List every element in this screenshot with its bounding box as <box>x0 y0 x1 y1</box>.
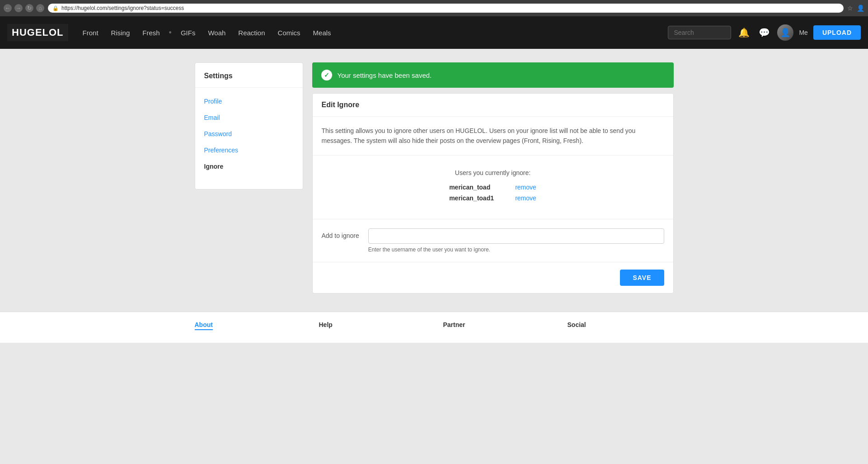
sidebar-item-email[interactable]: Email <box>195 109 303 126</box>
success-check-icon: ✓ <box>321 70 332 80</box>
add-ignore-label: Add to ignore <box>322 228 359 239</box>
card-description-section: This setting allows you to ignore other … <box>313 117 673 156</box>
profile-icon[interactable]: 👤 <box>857 5 864 12</box>
card-footer: SAVE <box>313 262 673 293</box>
nav-woah[interactable]: Woah <box>202 25 231 40</box>
ignore-row-1: merican_toad remove <box>449 184 536 191</box>
site-logo[interactable]: HUGELOL <box>7 24 68 41</box>
browser-right-icons: ☆ 👤 <box>847 5 864 12</box>
nav-gifs[interactable]: GIFs <box>175 25 201 40</box>
sidebar-item-password[interactable]: Password <box>195 126 303 142</box>
nav-meals[interactable]: Meals <box>308 25 337 40</box>
add-ignore-right: Enter the username of the user you want … <box>368 228 664 253</box>
forward-button[interactable]: → <box>14 4 23 12</box>
home-button[interactable]: ⌂ <box>36 4 44 12</box>
page-content: Settings Profile Email Password Preferen… <box>186 62 683 294</box>
me-label[interactable]: Me <box>799 29 807 36</box>
nav-comics[interactable]: Comics <box>272 25 306 40</box>
browser-controls: ← → ↻ ⌂ <box>4 4 44 12</box>
ignore-row-2: merican_toad1 remove <box>449 194 536 202</box>
footer-help-title: Help <box>319 321 425 330</box>
ignored-users-section: Users you currently ignore: merican_toad… <box>313 156 673 219</box>
sidebar-item-profile[interactable]: Profile <box>195 93 303 109</box>
url-text: https://hugelol.com/settings/ignore?stat… <box>61 5 184 11</box>
ignored-username-2: merican_toad1 <box>449 194 508 202</box>
footer-col-help: Help <box>319 321 425 334</box>
reload-button[interactable]: ↻ <box>25 4 33 12</box>
footer: About Help Partner Social <box>0 312 868 343</box>
nav-dot-separator: • <box>169 28 172 38</box>
ignored-username-1: merican_toad <box>449 184 508 191</box>
ssl-lock-icon: 🔒 <box>52 5 59 11</box>
back-button[interactable]: ← <box>4 4 12 12</box>
card-header: Edit Ignore <box>313 94 673 117</box>
sidebar-item-preferences[interactable]: Preferences <box>195 142 303 158</box>
search-input[interactable] <box>668 26 731 39</box>
ignore-list: merican_toad remove merican_toad1 remove <box>449 184 536 205</box>
footer-col-partner: Partner <box>443 321 549 334</box>
add-ignore-input[interactable] <box>368 228 664 244</box>
ignore-description: This setting allows you to ignore other … <box>322 126 664 146</box>
success-banner: ✓ Your settings have been saved. <box>312 62 674 88</box>
avatar-image: 👤 <box>777 24 793 41</box>
nav-fresh[interactable]: Fresh <box>137 25 165 40</box>
url-bar[interactable]: 🔒 https://hugelol.com/settings/ignore?st… <box>48 4 844 13</box>
footer-inner: About Help Partner Social <box>186 321 683 334</box>
ignored-users-label: Users you currently ignore: <box>322 169 664 176</box>
sidebar-item-ignore[interactable]: Ignore <box>195 158 303 175</box>
footer-col-about: About <box>195 321 301 334</box>
save-button[interactable]: SAVE <box>620 270 664 286</box>
settings-card: Edit Ignore This setting allows you to i… <box>312 93 674 294</box>
notifications-button[interactable]: 🔔 <box>737 25 751 40</box>
messages-button[interactable]: 💬 <box>757 25 772 40</box>
success-message: Your settings have been saved. <box>338 71 432 79</box>
top-navigation: HUGELOL Front Rising Fresh • GIFs Woah R… <box>0 16 868 49</box>
avatar[interactable]: 👤 <box>777 24 793 41</box>
nav-links: Front Rising Fresh • GIFs Woah Reaction … <box>77 25 668 40</box>
nav-reaction[interactable]: Reaction <box>233 25 270 40</box>
remove-user-2-link[interactable]: remove <box>515 194 536 202</box>
settings-sidebar: Settings Profile Email Password Preferen… <box>195 62 303 189</box>
nav-front[interactable]: Front <box>77 25 104 40</box>
bookmark-star-icon[interactable]: ☆ <box>847 5 853 12</box>
add-ignore-section: Add to ignore Enter the username of the … <box>313 219 673 262</box>
nav-right-section: 🔔 💬 👤 Me UPLOAD <box>668 24 861 41</box>
sidebar-title: Settings <box>195 72 303 88</box>
footer-about-title[interactable]: About <box>195 321 213 330</box>
main-area: ✓ Your settings have been saved. Edit Ig… <box>312 62 674 294</box>
footer-col-social: Social <box>568 321 674 334</box>
upload-button[interactable]: UPLOAD <box>813 25 861 40</box>
browser-chrome: ← → ↻ ⌂ 🔒 https://hugelol.com/settings/i… <box>0 0 868 16</box>
remove-user-1-link[interactable]: remove <box>515 184 536 191</box>
card-title: Edit Ignore <box>322 101 664 109</box>
nav-rising[interactable]: Rising <box>106 25 136 40</box>
add-ignore-hint: Enter the username of the user you want … <box>368 246 664 253</box>
footer-partner-title: Partner <box>443 321 549 330</box>
footer-social-title: Social <box>568 321 674 330</box>
sidebar-menu: Profile Email Password Preferences Ignor… <box>195 88 303 180</box>
